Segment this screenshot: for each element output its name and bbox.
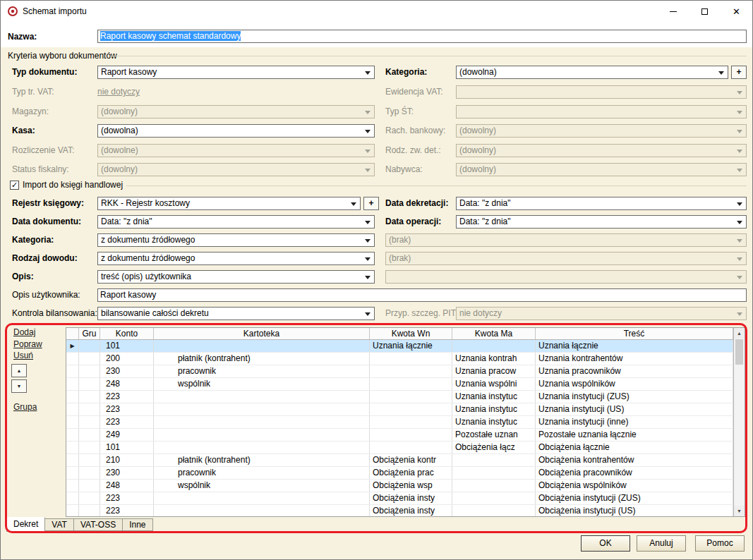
table-row[interactable]: 210płatnik (kontrahent)Obciążenia kontrO… — [66, 454, 733, 467]
row-selector[interactable] — [66, 442, 79, 454]
cell-kwota_wn[interactable]: Uznania łącznie — [370, 340, 452, 352]
cell-konto[interactable]: 223 — [100, 492, 154, 504]
cell-gru[interactable] — [79, 353, 100, 365]
move-up-button[interactable]: ▲ — [11, 364, 27, 377]
typ-tr-vat-link[interactable]: nie dotyczy — [97, 86, 140, 97]
table-row[interactable]: 101Obciążenia łączObciążenia łącznie — [66, 442, 733, 454]
cell-kartoteka[interactable] — [154, 442, 370, 454]
table-row[interactable]: 230pracownikObciążenia pracObciążenia pr… — [66, 467, 733, 480]
anuluj-button[interactable]: Anuluj — [637, 535, 686, 552]
scroll-up-icon[interactable]: ▲ — [734, 328, 745, 339]
cell-kwota_wn[interactable]: Obciążenia prac — [370, 467, 452, 479]
tab-vat[interactable]: VAT — [44, 518, 74, 531]
column-header-kwota-ma[interactable]: Kwota Ma — [452, 328, 536, 339]
column-header-gru[interactable]: Gru — [79, 328, 100, 339]
cell-kartoteka[interactable]: wspólnik — [154, 480, 370, 492]
cell-gru[interactable] — [79, 391, 100, 403]
row-selector[interactable] — [66, 416, 79, 428]
move-down-button[interactable]: ▼ — [11, 379, 27, 393]
cell-kwota_ma[interactable]: Uznania pracow — [452, 365, 536, 377]
cell-gru[interactable] — [79, 467, 100, 479]
cell-konto[interactable]: 248 — [100, 480, 154, 492]
pomoc-button[interactable]: Pomoc — [695, 535, 745, 552]
table-row[interactable]: 223Uznania instytucUznania instytucji (Z… — [66, 391, 733, 403]
data-dokumentu-combo[interactable]: Data: "z dnia" — [97, 215, 375, 229]
cell-kartoteka[interactable]: wspólnik — [154, 378, 370, 390]
cell-kwota_ma[interactable] — [452, 340, 536, 352]
cell-kwota_ma[interactable]: Uznania wspólni — [452, 378, 536, 390]
data-dekretacji-combo[interactable]: Data: "z dnia" — [456, 197, 747, 210]
cell-kartoteka[interactable]: płatnik (kontrahent) — [154, 353, 370, 365]
cell-kartoteka[interactable] — [154, 391, 370, 403]
cell-kartoteka[interactable] — [154, 505, 370, 516]
opis-uzytkownika-input[interactable]: Raport kasowy — [97, 288, 747, 302]
tab-inne[interactable]: Inne — [122, 518, 152, 531]
row-selector[interactable] — [66, 391, 79, 403]
cell-kwota_wn[interactable] — [370, 403, 452, 415]
cell-tresc[interactable]: Obciążenia instytucji (US) — [536, 505, 733, 516]
cell-tresc[interactable]: Pozostałe uznania łącznie — [536, 429, 733, 441]
cell-tresc[interactable]: Obciążenia wspólników — [536, 480, 733, 492]
import-ksiega-checkbox[interactable]: ✓ — [10, 181, 19, 190]
minimize-button[interactable] — [657, 1, 689, 22]
cell-tresc[interactable]: Uznania instytucji (ZUS) — [536, 391, 733, 403]
table-row[interactable]: 248wspólnikUznania wspólniUznania wspóln… — [66, 378, 733, 391]
cell-kwota_wn[interactable] — [370, 353, 452, 365]
cell-tresc[interactable]: Uznania wspólników — [536, 378, 733, 390]
row-selector[interactable] — [66, 429, 79, 441]
cell-kwota_ma[interactable]: Obciążenia łącz — [452, 442, 536, 454]
cell-tresc[interactable]: Uznania kontrahentów — [536, 353, 733, 365]
cell-tresc[interactable]: Uznania instytucji (US) — [536, 403, 733, 415]
table-row[interactable]: ▶101Uznania łącznieUznania łącznie — [66, 340, 733, 353]
table-row[interactable]: 223Uznania instytucUznania instytucji (U… — [66, 403, 733, 416]
cell-gru[interactable] — [79, 492, 100, 504]
cell-tresc[interactable]: Obciążenia instytucji (ZUS) — [536, 492, 733, 504]
cell-kwota_wn[interactable] — [370, 365, 452, 377]
cell-kartoteka[interactable]: pracownik — [154, 365, 370, 377]
cell-kwota_wn[interactable] — [370, 378, 452, 390]
row-selector[interactable] — [66, 467, 79, 479]
table-row[interactable]: 230pracownikUznania pracowUznania pracow… — [66, 365, 733, 378]
kategoria-combo[interactable]: (dowolna) — [456, 66, 728, 79]
cell-kwota_wn[interactable] — [370, 416, 452, 428]
cell-tresc[interactable]: Obciążenia kontrahentów — [536, 454, 733, 466]
cell-kwota_wn[interactable] — [370, 442, 452, 454]
row-selector[interactable] — [66, 480, 79, 492]
row-selector[interactable] — [66, 505, 79, 516]
cell-konto[interactable]: 248 — [100, 378, 154, 390]
cell-kwota_ma[interactable] — [452, 454, 536, 466]
row-selector[interactable] — [66, 403, 79, 415]
cell-konto[interactable]: 200 — [100, 353, 154, 365]
popraw-link[interactable]: Popraw — [13, 339, 42, 350]
cell-kwota_ma[interactable]: Uznania instytuc — [452, 391, 536, 403]
nazwa-input[interactable]: Raport kasowy schemat standardowy — [97, 30, 747, 43]
row-selector[interactable] — [66, 353, 79, 365]
row-selector[interactable]: ▶ — [66, 340, 79, 352]
cell-konto[interactable]: 223 — [100, 391, 154, 403]
cell-gru[interactable] — [79, 340, 100, 352]
cell-gru[interactable] — [79, 505, 100, 516]
cell-tresc[interactable]: Uznania pracowników — [536, 365, 733, 377]
ok-button[interactable]: OK — [581, 535, 630, 552]
cell-konto[interactable]: 101 — [100, 340, 154, 352]
row-selector[interactable] — [66, 492, 79, 504]
row-selector[interactable] — [66, 378, 79, 390]
table-row[interactable]: 223Obciążenia instyObciążenia instytucji… — [66, 492, 733, 505]
cell-tresc[interactable]: Uznania łącznie — [536, 340, 733, 352]
kontrola-bilansowania-combo[interactable]: bilansowanie całości dekretu — [97, 307, 375, 320]
cell-konto[interactable]: 101 — [100, 442, 154, 454]
rodzaj-dowodu-combo[interactable]: z dokumentu źródłowego — [97, 252, 375, 265]
cell-konto[interactable]: 249 — [100, 429, 154, 441]
table-row[interactable]: 223Obciążenia instyObciążenia instytucji… — [66, 505, 733, 516]
cell-kwota_wn[interactable]: Obciążenia kontr — [370, 454, 452, 466]
cell-konto[interactable]: 230 — [100, 467, 154, 479]
cell-konto[interactable]: 230 — [100, 365, 154, 377]
close-button[interactable]: ✕ — [721, 1, 752, 22]
cell-kwota_ma[interactable]: Pozostałe uznan — [452, 429, 536, 441]
table-row[interactable]: 249Pozostałe uznanPozostałe uznania łącz… — [66, 429, 733, 442]
cell-kartoteka[interactable] — [154, 429, 370, 441]
dodaj-link[interactable]: Dodaj — [13, 327, 35, 338]
cell-tresc[interactable]: Obciążenia pracowników — [536, 467, 733, 479]
cell-kartoteka[interactable] — [154, 340, 370, 352]
column-header-tresc[interactable]: Treść — [536, 328, 733, 339]
